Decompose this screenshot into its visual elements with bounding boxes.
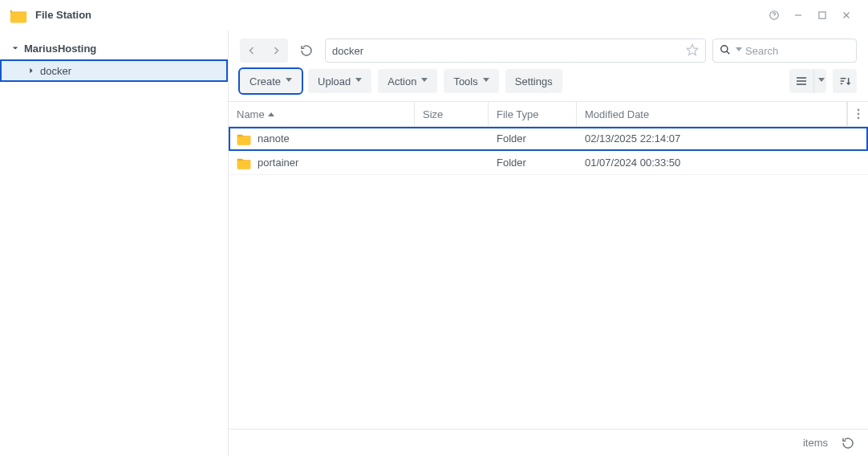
folder-icon	[237, 132, 251, 145]
titlebar: File Station	[0, 0, 868, 31]
column-header-name[interactable]: Name	[229, 102, 415, 126]
file-name: nanote	[258, 132, 290, 145]
status-refresh-button[interactable]	[839, 434, 857, 452]
svg-point-19	[857, 117, 859, 120]
settings-button[interactable]: Settings	[505, 69, 562, 93]
action-button[interactable]: Action	[378, 69, 437, 93]
svg-point-17	[857, 109, 859, 112]
path-toolbar	[229, 31, 868, 67]
column-size-label: Size	[423, 108, 443, 120]
minimize-button[interactable]	[786, 3, 810, 27]
view-mode-dropdown[interactable]	[813, 69, 826, 93]
help-button[interactable]	[762, 3, 786, 27]
nav-group	[240, 39, 288, 63]
back-button[interactable]	[240, 39, 264, 63]
action-toolbar: Create Upload Action Tools Settings	[229, 67, 868, 101]
svg-marker-7	[687, 44, 697, 55]
file-name: portainer	[258, 157, 298, 169]
upload-button[interactable]: Upload	[308, 69, 371, 93]
refresh-button[interactable]	[294, 39, 318, 63]
chevron-down-icon[interactable]	[734, 47, 742, 54]
tools-button-label: Tools	[453, 75, 477, 88]
search-box[interactable]	[712, 39, 857, 63]
file-type: Folder	[489, 132, 577, 145]
create-button[interactable]: Create	[240, 69, 302, 93]
column-header-type[interactable]: File Type	[489, 102, 577, 126]
forward-button[interactable]	[264, 39, 288, 63]
action-button-label: Action	[387, 75, 416, 88]
chevron-down-icon	[11, 44, 19, 52]
list-view-button[interactable]	[789, 69, 813, 93]
chevron-down-icon	[483, 78, 489, 84]
table-row[interactable]: nanote Folder 02/13/2025 22:14:07	[229, 127, 868, 151]
sidebar: MariusHosting docker	[0, 31, 229, 456]
maximize-button[interactable]	[810, 3, 834, 27]
svg-point-18	[857, 113, 859, 116]
app-icon	[10, 6, 27, 24]
settings-button-label: Settings	[515, 75, 553, 88]
chevron-down-icon	[421, 78, 428, 84]
column-type-label: File Type	[497, 108, 539, 120]
favorite-icon[interactable]	[686, 43, 699, 59]
tree-root-label: MariusHosting	[24, 43, 96, 55]
column-menu-button[interactable]	[847, 102, 868, 126]
tools-button[interactable]: Tools	[444, 69, 498, 93]
file-type: Folder	[489, 157, 577, 169]
chevron-right-icon	[27, 67, 35, 75]
app-title: File Station	[35, 9, 91, 21]
table-header: Name Size File Type Modified Date	[229, 101, 868, 127]
column-header-size[interactable]: Size	[415, 102, 489, 126]
path-input[interactable]	[332, 45, 681, 57]
file-date: 01/07/2024 00:33:50	[577, 157, 868, 169]
svg-rect-0	[12, 9, 18, 11]
create-button-label: Create	[249, 75, 281, 88]
close-button[interactable]	[834, 3, 858, 27]
svg-point-8	[721, 45, 728, 51]
column-name-label: Name	[237, 108, 265, 120]
folder-icon	[237, 157, 251, 169]
search-input[interactable]	[745, 45, 868, 57]
path-input-container[interactable]	[325, 39, 706, 63]
svg-point-2	[774, 17, 775, 18]
chevron-down-icon	[355, 78, 362, 84]
column-header-date[interactable]: Modified Date	[577, 102, 847, 126]
tree-item-label: docker	[40, 65, 71, 77]
tree-item-docker[interactable]: docker	[0, 59, 228, 82]
statusbar: items	[229, 429, 868, 456]
svg-rect-4	[819, 11, 825, 18]
table-row[interactable]: portainer Folder 01/07/2024 00:33:50	[229, 151, 868, 175]
sort-button[interactable]	[833, 69, 857, 93]
status-items-label: items	[803, 437, 828, 449]
chevron-down-icon	[286, 78, 292, 84]
sort-asc-icon	[268, 112, 274, 116]
upload-button-label: Upload	[318, 75, 351, 88]
svg-line-9	[727, 51, 730, 54]
column-date-label: Modified Date	[585, 108, 649, 120]
search-icon	[720, 44, 731, 58]
file-table: Name Size File Type Modified Date	[229, 101, 868, 429]
file-date: 02/13/2025 22:14:07	[577, 132, 868, 145]
view-mode-group	[789, 69, 826, 93]
tree-root[interactable]: MariusHosting	[0, 37, 228, 59]
